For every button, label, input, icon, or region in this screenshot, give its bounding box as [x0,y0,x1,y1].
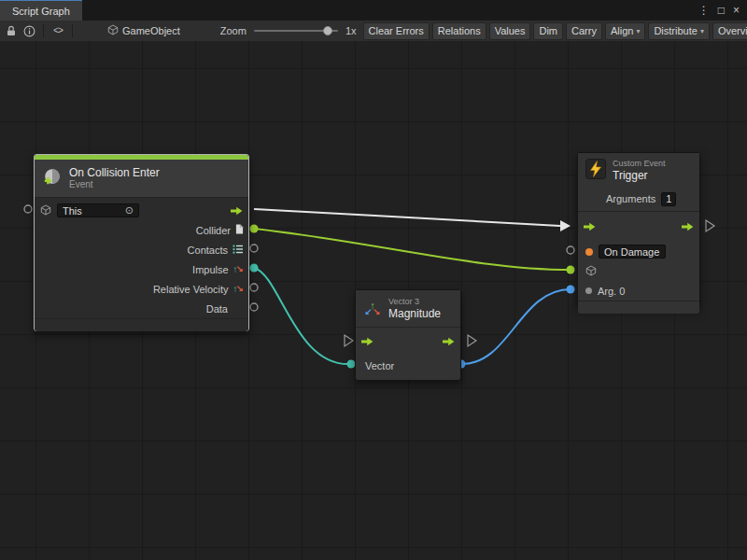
generic-port-dot[interactable] [585,287,592,294]
zoom-slider-knob[interactable] [323,26,332,35]
window-menu-icon[interactable]: ⋮ [698,5,710,16]
object-picker-icon[interactable]: ⊙ [125,204,134,217]
overview-button[interactable]: Overview [712,22,747,40]
impulse-output-port[interactable] [250,264,259,273]
wire-magnitude-to-arg0[interactable] [461,289,571,364]
close-icon[interactable]: × [733,5,740,16]
contacts-output-port[interactable] [250,245,258,252]
zoom-label: Zoom [220,25,247,36]
event-name-field[interactable]: On Damage [599,245,666,259]
node-title: On Collision Enter [69,166,160,179]
port-row-data: Data [35,299,248,318]
values-button[interactable]: Values [489,22,531,40]
port-row-arg0: Arg. 0 [578,281,699,301]
contacts-label: Contacts [188,245,228,256]
port-row-event-name: On Damage [578,242,699,261]
wire-flow-arrowhead [560,220,571,231]
node-category: Custom Event [613,159,666,169]
trigger-target-input-port[interactable] [567,266,575,274]
flow-input-arrow-icon[interactable] [361,337,374,346]
flow-output-arrow-icon[interactable] [443,337,455,346]
tab-script-graph[interactable]: Script Graph [0,0,82,21]
node-title: Trigger [613,169,666,182]
custom-event-bolt-icon [585,159,606,181]
relations-button[interactable]: Relations [432,22,486,40]
data-output-port[interactable] [250,303,258,311]
port-row-impulse: Impulse ↑↘ [35,259,248,279]
arguments-count-field[interactable]: 1 [661,192,676,206]
node-on-collision-enter[interactable]: On Collision Enter Event This ⊙ [34,154,249,331]
target-field-value: This [63,205,82,217]
distribute-button[interactable]: Distribute ▾ [648,22,709,40]
node-footer [578,301,699,314]
info-icon[interactable] [21,23,36,38]
arg0-label: Arg. 0 [598,286,625,297]
relative-velocity-output-port[interactable] [250,284,258,291]
chevron-down-icon: ▾ [700,27,704,35]
target-field[interactable]: This ⊙ [57,203,139,217]
zoom-slider[interactable] [254,23,338,38]
data-label: Data [206,303,228,315]
wire-collider-to-target[interactable] [254,229,571,270]
impulse-label: Impulse [192,264,229,275]
flow-output-arrow-icon[interactable] [682,222,694,231]
node-trigger-custom-event[interactable]: Custom Event Trigger Arguments 1 On Dama… [577,152,700,308]
port-row-collider: Collider [35,220,248,240]
port-row-vector: Vector [356,356,460,375]
code-view-icon[interactable]: <> [50,23,65,38]
tab-bar: Script Graph ⋮ □ × [0,0,747,21]
arguments-label: Arguments [606,193,655,204]
lock-icon[interactable] [4,23,19,38]
icon-spacer [233,304,244,314]
zoom-value: 1x [345,25,357,36]
flow-output-arrow-icon[interactable] [231,206,243,216]
chevron-down-icon: ▾ [636,27,640,35]
arguments-row: Arguments 1 [578,187,699,211]
graph-owner[interactable]: GameObject [107,24,180,37]
collider-output-port[interactable] [250,225,259,233]
dim-button[interactable]: Dim [533,22,563,40]
graph-owner-label: GameObject [122,25,180,36]
wire-impulse-to-vector[interactable] [254,268,351,364]
graph-canvas[interactable]: On Collision Enter Event This ⊙ [0,41,747,560]
event-name-input-port[interactable] [567,246,574,254]
gameobject-cube-icon [585,265,597,278]
string-port-dot[interactable] [585,248,593,256]
node-subtitle: Event [69,179,160,190]
node-footer [35,318,248,331]
toolbar-separator [43,24,44,37]
arg0-input-port[interactable] [567,286,575,294]
port-row-relative-velocity: Relative Velocity ↑↘ [35,279,248,299]
carry-button[interactable]: Carry [566,22,602,40]
flow-row [356,327,460,356]
tab-label: Script Graph [12,6,70,17]
node-category: Vector 3 [388,297,441,307]
port-row-contacts: Contacts [35,240,248,259]
vector3-icon: ↑ ↙↘ [363,301,382,316]
node-vector3-magnitude[interactable]: ↑ ↙↘ Vector 3 Magnitude Vector [355,289,461,381]
gameobject-cube-icon [40,204,51,217]
relative-velocity-label: Relative Velocity [153,284,229,295]
this-input-port[interactable] [24,205,32,213]
document-icon [235,224,244,236]
magnitude-flow-out-triangle[interactable] [468,335,476,346]
wire-flow-to-trigger[interactable] [254,209,560,226]
clear-errors-button[interactable]: Clear Errors [363,22,430,40]
port-row-target [578,261,699,281]
distribute-label: Distribute [654,25,697,36]
align-button[interactable]: Align ▾ [605,22,645,40]
port-row-this-flow: This ⊙ [35,201,248,220]
trigger-flow-out-triangle[interactable] [706,220,714,231]
flow-input-arrow-icon[interactable] [584,222,596,231]
collision-event-icon [42,167,63,189]
node-title: Magnitude [388,307,441,320]
magnitude-flow-in-triangle[interactable] [345,335,353,346]
toolbar-separator [72,24,73,37]
collider-label: Collider [196,225,231,236]
vector3-icon: ↑↘ [233,265,244,274]
maximize-icon[interactable]: □ [718,5,725,16]
tab-bar-spacer [82,0,691,21]
align-label: Align [611,25,633,36]
vector-label: Vector [365,360,394,371]
flow-row [578,211,699,242]
